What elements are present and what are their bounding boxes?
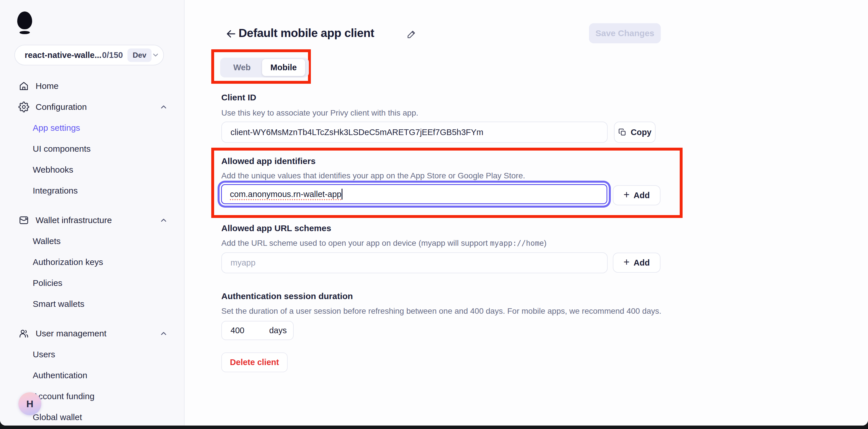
copy-button[interactable]: Copy [614, 122, 656, 143]
sidebar-item-label: Authorization keys [33, 257, 103, 267]
page-title: Default mobile app client [239, 26, 374, 40]
chevron-up-icon [159, 103, 168, 111]
client-id-description: Use this key to associate your Privy cli… [221, 108, 418, 118]
app-identifiers-description: Add the unique values that identifies yo… [221, 171, 525, 180]
wallet-icon [19, 215, 29, 226]
back-button[interactable] [225, 28, 237, 40]
env-badge: Dev [127, 48, 152, 62]
client-id-input[interactable] [221, 122, 608, 143]
session-duration-description: Set the duration of a user session befor… [221, 306, 661, 316]
sidebar-item-policies[interactable]: Policies [0, 272, 184, 293]
gear-icon [19, 101, 29, 112]
sidebar-item-label: Policies [33, 278, 62, 288]
url-schemes-label: Allowed app URL schemes [221, 223, 331, 233]
plus-icon: + [623, 190, 629, 200]
sidebar-item-configuration[interactable]: Configuration [0, 96, 184, 117]
user-avatar[interactable]: H [19, 392, 41, 415]
sidebar-item-users[interactable]: Users [0, 344, 184, 365]
sidebar-item-home[interactable]: Home [0, 75, 184, 96]
edit-pencil-icon[interactable] [406, 29, 417, 40]
app-window: react-native-walle... 0/150 Dev Home Con… [0, 0, 868, 426]
platform-toggle: Web Mobile [220, 58, 309, 77]
sidebar-item-label: Webhooks [33, 165, 73, 175]
annotation-box-toggle: Web Mobile [211, 49, 311, 84]
toggle-option-mobile[interactable]: Mobile [262, 59, 305, 76]
home-icon [19, 80, 29, 92]
save-changes-button[interactable]: Save Changes [589, 23, 661, 43]
sidebar-item-label: Integrations [33, 186, 78, 196]
sidebar-item-wallet-infrastructure[interactable]: Wallet infrastructure [0, 210, 184, 231]
project-selector[interactable]: react-native-walle... 0/150 Dev [14, 45, 164, 65]
copy-icon [618, 128, 627, 136]
sidebar-item-label: Authentication [33, 370, 87, 380]
add-url-scheme-button[interactable]: + Add [613, 253, 660, 273]
sidebar-item-label: Users [33, 350, 55, 359]
add-identifier-button[interactable]: + Add [613, 185, 660, 205]
chevron-up-icon [159, 329, 168, 338]
chevron-down-icon [152, 51, 160, 59]
avatar-initial: H [26, 398, 34, 409]
project-usage: 0/150 [102, 51, 123, 60]
plus-icon: + [623, 257, 629, 267]
sidebar-item-label: Wallets [33, 236, 61, 246]
sidebar: react-native-walle... 0/150 Dev Home Con… [0, 0, 185, 426]
chevron-up-icon [159, 216, 168, 225]
session-duration-label: Authentication session duration [221, 291, 353, 301]
app-identifiers-label: Allowed app identifiers [221, 156, 315, 166]
sidebar-item-ui-components[interactable]: UI components [0, 138, 184, 159]
url-scheme-code: myapp://home [490, 239, 544, 248]
sidebar-item-webhooks[interactable]: Webhooks [0, 159, 184, 180]
sidebar-item-smart-wallets[interactable]: Smart wallets [0, 293, 184, 314]
delete-client-button[interactable]: Delete client [221, 353, 288, 372]
sidebar-item-label: Global wallet [33, 412, 82, 422]
sidebar-item-label: Smart wallets [33, 299, 84, 309]
sidebar-item-label: User management [36, 329, 106, 338]
sidebar-item-app-settings[interactable]: App settings [0, 117, 184, 138]
app-identifier-value: com.anonymous.rn-wallet-app [230, 190, 341, 199]
sidebar-item-authorization-keys[interactable]: Authorization keys [0, 252, 184, 272]
session-duration-unit: days [269, 326, 287, 335]
text-caret [342, 189, 342, 200]
users-icon [19, 328, 29, 339]
sidebar-item-integrations[interactable]: Integrations [0, 180, 184, 201]
session-duration-value: 400 [230, 326, 244, 335]
add-button-label: Add [633, 191, 650, 200]
app-identifier-input[interactable]: com.anonymous.rn-wallet-app [221, 184, 608, 204]
session-duration-input[interactable]: 400 days [221, 321, 293, 340]
add-button-label: Add [633, 258, 650, 268]
main-content: Default mobile app client Save Changes W… [185, 0, 868, 426]
sidebar-nav: Home Configuration App settings UI compo… [0, 75, 184, 426]
copy-button-label: Copy [631, 128, 652, 137]
sidebar-item-label: App settings [33, 123, 80, 133]
annotation-box-app-identifiers: Allowed app identifiers Add the unique v… [211, 148, 683, 218]
url-scheme-input[interactable] [221, 252, 608, 273]
sidebar-item-wallets[interactable]: Wallets [0, 231, 184, 252]
sidebar-item-label: Account funding [33, 391, 94, 401]
sidebar-item-label: UI components [33, 144, 91, 154]
project-name: react-native-walle... [25, 51, 102, 60]
sidebar-item-label: Configuration [36, 102, 87, 112]
client-id-label: Client ID [221, 93, 256, 102]
sidebar-item-label: Wallet infrastructure [36, 216, 112, 225]
sidebar-item-label: Home [36, 81, 59, 91]
privy-logo-icon [17, 11, 34, 36]
url-schemes-description: Add the URL scheme used to open your app… [221, 239, 547, 248]
toggle-option-web[interactable]: Web [222, 59, 262, 76]
sidebar-item-user-management[interactable]: User management [0, 323, 184, 344]
sidebar-item-authentication[interactable]: Authentication [0, 365, 184, 386]
